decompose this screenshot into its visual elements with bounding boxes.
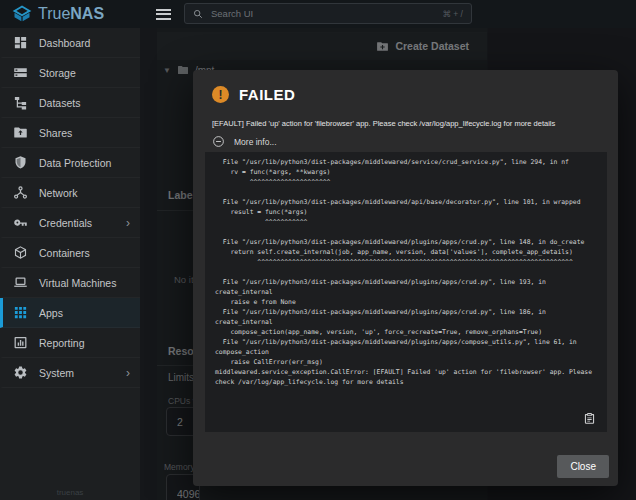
trace-line: File "/usr/lib/python3/dist-packages/mid… [215,237,597,247]
trace-line: File "/usr/lib/python3/dist-packages/mid… [215,307,597,317]
data-protection-icon [13,155,28,170]
sidebar-item-apps[interactable]: Apps › [0,298,140,328]
dashboard-icon [13,35,28,50]
trace-line: compose_action [215,347,597,357]
top-bar: TrueNAS ⌘ + / [0,0,636,28]
network-icon [13,185,28,200]
failed-job-dialog: ! FAILED [EFAULT] Failed 'up' action for… [193,70,618,486]
chevron-right-icon: › [126,367,130,379]
sidebar-item-dashboard[interactable]: Dashboard › [0,28,140,58]
sidebar-nav: Dashboard › Storage › Datasets › Shares … [0,28,140,500]
truenas-logo[interactable]: TrueNAS [0,4,142,24]
sidebar-item-network[interactable]: Network › [0,178,140,208]
trace-line: File "/usr/lib/python3/dist-packages/mid… [215,197,597,207]
chevron-right-icon: › [126,217,130,229]
trace-line: raise e from None [215,297,597,307]
virtual-machines-icon [13,275,28,290]
truenas-app-window: TrueNAS ⌘ + / Dashboard › Storage › [0,0,636,500]
hamburger-menu-icon[interactable] [156,6,171,22]
search-shortcut-hint: ⌘ + / [442,9,463,19]
trace-line: create_internal [215,317,597,327]
trace-line: ^^^^^^^^^^^^^^^^^^^^^^^^^^^^^^^^^^^^^^^^… [215,257,597,267]
trace-line: ^^^^^^^^^^^ [215,217,597,227]
collapse-circle-minus-icon [212,135,225,148]
containers-icon [13,245,28,260]
trace-line: ^^^^^^^^^^^^^^^^^^^^^ [215,177,597,187]
trace-line: check /var/log/app_lifecycle.log for mor… [215,377,597,387]
shares-icon [13,125,28,140]
trace-line: return self.create_internal(job, app_nam… [215,247,597,257]
apps-icon [13,305,28,320]
dialog-title: FAILED [239,86,295,103]
brand-wordmark: TrueNAS [38,5,104,23]
error-message: [EFAULT] Failed 'up' action for 'filebro… [212,119,602,128]
reporting-icon [13,335,28,350]
trace-line: File "/usr/lib/python3/dist-packages/mid… [215,337,597,347]
trace-line: middlewared.service_exception.CallError:… [215,367,597,377]
trace-line: raise CallError(err_msg) [215,357,597,367]
more-info-label: More info... [234,137,277,147]
trace-line [215,267,597,277]
sidebar-item-system[interactable]: System › [0,358,140,388]
sidebar-item-shares[interactable]: Shares › [0,118,140,148]
storage-icon [13,65,28,80]
dialog-header: ! FAILED [212,86,295,103]
sidebar-item-storage[interactable]: Storage › [0,58,140,88]
search-input[interactable] [209,7,436,20]
trace-line: rv = func(*args, **kwargs) [215,167,597,177]
system-icon [13,365,28,380]
sidebar-footer-text: truenas [0,488,140,497]
credentials-icon [13,215,28,230]
datasets-icon [13,95,28,110]
trace-line: compose_action(app_name, version, 'up', … [215,327,597,337]
copy-to-clipboard-button[interactable] [583,412,596,425]
sidebar-item-reporting[interactable]: Reporting › [0,328,140,358]
sidebar-item-datasets[interactable]: Datasets › [0,88,140,118]
close-button[interactable]: Close [557,455,609,478]
more-info-toggle[interactable]: More info... [212,135,277,148]
sidebar-item-credentials[interactable]: Credentials › [0,208,140,238]
truenas-logo-icon [12,4,32,24]
trace-line: create_internal [215,287,597,297]
global-search: ⌘ + / [184,3,472,24]
stack-trace-panel[interactable]: File "/usr/lib/python3/dist-packages/mid… [205,152,607,432]
trace-line: File "/usr/lib/python3/dist-packages/mid… [215,157,597,167]
trace-line [215,227,597,237]
trace-line [215,187,597,197]
clipboard-icon [583,412,596,425]
trace-line: File "/usr/lib/python3/dist-packages/mid… [215,277,597,287]
sidebar-item-data-protection[interactable]: Data Protection › [0,148,140,178]
trace-line: result = func(*args) [215,207,597,217]
search-icon [193,9,203,19]
sidebar-item-virtual-machines[interactable]: Virtual Machines › [0,268,140,298]
error-exclamation-icon: ! [212,86,229,103]
sidebar-item-containers[interactable]: Containers › [0,238,140,268]
